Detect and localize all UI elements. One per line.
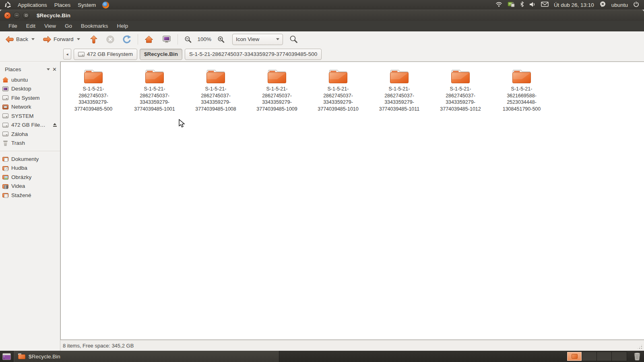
folder-item[interactable]: S-1-5-21-2862745037-3343359279-377403948… [124,68,185,112]
workspace-cell[interactable] [582,352,597,361]
sidebar-item[interactable]: Dokumenty [0,154,60,164]
back-dropdown-caret[interactable] [31,38,35,40]
panel-menu[interactable]: Places [51,0,74,10]
titlebar[interactable]: ✕ − $Recycle.Bin [0,10,644,21]
sidebar-item[interactable]: File System [0,93,60,103]
session-indicator-icon[interactable] [599,1,606,8]
sidebar-item-icon [2,76,9,83]
file-view-pane[interactable]: S-1-5-21-2862745037-3343359279-377403948… [60,62,644,340]
workspace-cell[interactable] [612,352,627,361]
bluetooth-icon[interactable] [520,1,524,8]
folder-item[interactable]: S-1-5-21-3621669588-2523034448-130845179… [491,68,552,112]
sidebar-item[interactable]: Videa [0,182,60,191]
folder-item[interactable]: S-1-5-21-2862745037-3343359279-377403948… [63,68,124,112]
path-segment-button[interactable]: S-1-5-21-2862745037-3343359279-377403948… [185,49,322,60]
folder-item[interactable]: S-1-5-21-2862745037-3343359279-377403948… [308,68,369,112]
zoom-out-button[interactable] [182,35,194,44]
ubuntu-logo-icon[interactable] [2,2,14,8]
search-button[interactable] [289,35,298,43]
workspace-switcher [567,352,627,361]
sidebar-item[interactable]: Obrázky [0,173,60,182]
statusbar-text: 8 items, Free space: 345,2 GB [63,343,134,349]
menu-item[interactable]: Go [60,21,76,31]
forward-dropdown-caret[interactable] [77,38,80,40]
mini-folder-icon [572,354,578,359]
view-select-caret [276,38,279,40]
back-arrow-icon [5,35,14,43]
path-segment-button[interactable]: $Recycle.Bin [140,49,182,60]
mail-icon[interactable] [541,2,549,8]
panel-menu[interactable]: System [74,0,99,10]
zoom-level[interactable]: 100% [195,36,214,42]
folder-item[interactable]: S-1-5-21-2862745037-3343359279-377403948… [246,68,308,112]
stop-icon [106,35,115,44]
sidebar-item-icon [2,86,9,92]
back-button[interactable]: Back [3,34,37,45]
menu-item[interactable]: Edit [22,21,40,31]
folder-item[interactable]: S-1-5-21-2862745037-3343359279-377403948… [369,68,430,112]
sidebar-item-icon [2,174,9,180]
power-icon[interactable] [633,1,639,8]
taskbar-window-button[interactable]: $Recycle.Bin [14,351,279,362]
workspace-cell[interactable] [567,352,582,361]
toolbar-separator [178,34,178,45]
minimize-button[interactable]: − [13,12,20,19]
username[interactable]: ubuntu [611,2,628,8]
folder-item[interactable]: S-1-5-21-2862745037-3343359279-377403948… [430,68,491,112]
resize-grip[interactable] [637,343,643,350]
folder-grid: S-1-5-21-2862745037-3343359279-377403948… [61,62,644,112]
zoom-in-button[interactable] [215,35,227,44]
close-button[interactable]: ✕ [4,12,11,19]
maximize-button[interactable] [23,12,29,19]
panel-menu[interactable]: Applications [14,0,51,10]
toolbar-separator [138,34,138,45]
home-button[interactable] [142,34,155,45]
network-card-lock-icon[interactable] [508,1,515,8]
sidebar-item-icon [2,183,9,189]
folder-item[interactable]: S-1-5-21-2862745037-3343359279-377403948… [185,68,246,112]
trash-applet-icon[interactable] [634,352,641,360]
desktop-icon [2,353,11,360]
zoom-out-icon [184,36,192,43]
window-title: $Recycle.Bin [37,12,70,19]
folder-icon [84,69,103,84]
sidebar-item[interactable]: ubuntu [0,75,60,84]
volume-icon[interactable] [529,2,536,8]
folder-icon [390,69,409,84]
zoom-in-icon [217,36,225,43]
sidebar-item[interactable]: 472 GB File… [0,121,60,130]
sidebar-item[interactable]: Stažené [0,191,60,200]
workspace-cell[interactable] [597,352,612,361]
menu-item[interactable]: File [4,21,22,31]
wifi-icon[interactable] [495,2,502,8]
sidebar-item[interactable]: Desktop [0,84,60,94]
forward-button[interactable]: Forward [41,34,82,45]
sidebar-close-icon[interactable] [52,66,57,72]
sidebar-item[interactable]: SYSTEM [0,111,60,121]
eject-icon[interactable] [52,123,58,127]
path-scroll-left-button[interactable] [63,49,71,60]
menubar: FileEditViewGoBookmarksHelp [0,21,644,31]
sidebar-item[interactable]: Záloha [0,130,60,139]
folder-icon [267,69,287,84]
menu-item[interactable]: Help [113,21,133,31]
firefox-icon[interactable] [99,1,112,9]
sidebar-item[interactable]: Network [0,103,60,112]
sidebar-header-caret[interactable] [47,68,50,70]
clock[interactable]: Út dub 26, 13:10 [554,2,594,8]
menu-item[interactable]: Bookmarks [76,21,113,31]
menu-item[interactable]: View [40,21,60,31]
sidebar-item-icon [2,165,9,171]
sidebar-header[interactable]: Places [0,63,60,75]
show-desktop-button[interactable] [0,351,14,362]
sidebar-item-icon [2,104,9,110]
sidebar-item[interactable]: Hudba [0,164,60,173]
computer-button[interactable] [160,34,173,45]
reload-button[interactable] [120,34,133,45]
sidebar-item[interactable]: Trash [0,139,60,148]
top-panel: ApplicationsPlacesSystem Út dub 26, 13:1… [0,0,644,10]
view-mode-select[interactable]: Icon View [232,34,283,45]
up-button[interactable] [88,34,100,45]
stop-button[interactable] [104,34,117,45]
path-segment-button[interactable]: 472 GB Filesystem [74,49,137,60]
